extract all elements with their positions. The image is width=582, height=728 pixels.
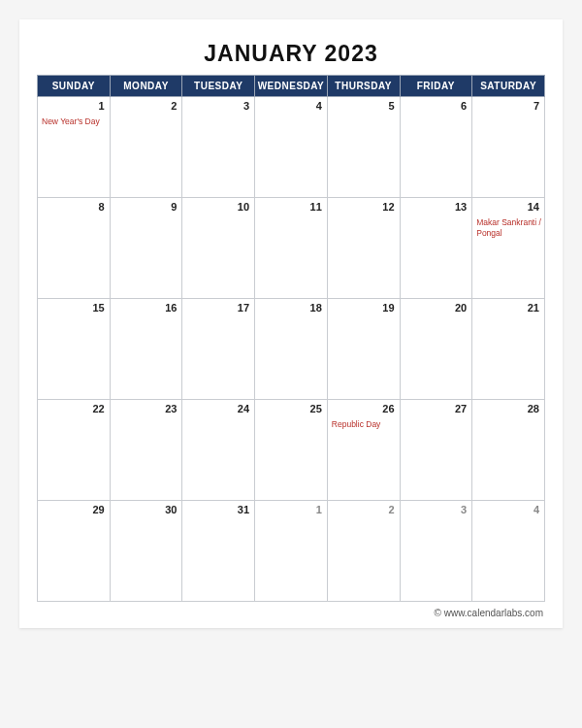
day-number: 14 <box>528 201 539 213</box>
day-number: 12 <box>382 201 394 213</box>
day-cell: 14Makar Sankranti / Pongal <box>472 198 545 299</box>
day-cell: 11 <box>255 198 328 299</box>
holiday-note: Makar Sankranti / Pongal <box>476 217 541 238</box>
day-number: 15 <box>92 302 104 314</box>
day-cell: 15 <box>38 299 111 400</box>
holiday-note: New Year's Day <box>42 116 107 127</box>
day-cell: 24 <box>182 400 255 501</box>
day-cell: 12 <box>327 198 400 299</box>
day-cell: 5 <box>327 97 400 198</box>
day-number: 11 <box>310 201 322 213</box>
day-number: 20 <box>455 302 467 314</box>
day-cell: 1 <box>255 501 328 602</box>
day-cell: 16 <box>110 299 182 400</box>
day-number: 22 <box>92 403 104 414</box>
day-cell: 28 <box>472 400 545 501</box>
day-cell: 17 <box>182 299 255 400</box>
day-number: 2 <box>388 504 394 515</box>
calendar-week: 1New Year's Day234567 <box>38 97 545 198</box>
day-header: SUNDAY <box>38 76 111 97</box>
day-number: 17 <box>238 302 249 314</box>
day-cell: 3 <box>400 501 472 602</box>
day-number: 4 <box>316 100 322 112</box>
day-header: MONDAY <box>110 76 182 97</box>
day-cell: 31 <box>182 501 255 602</box>
calendar-week: 2223242526Republic Day2728 <box>38 400 545 501</box>
day-number: 7 <box>534 100 539 112</box>
day-number: 31 <box>238 504 249 515</box>
holiday-note: Republic Day <box>332 419 397 430</box>
day-cell: 4 <box>255 97 328 198</box>
day-cell: 4 <box>472 501 545 602</box>
day-number: 19 <box>382 302 394 314</box>
day-number: 10 <box>238 201 249 213</box>
calendar-week: 891011121314Makar Sankranti / Pongal <box>38 198 545 299</box>
calendar-page: JANUARY 2023 SUNDAY MONDAY TUESDAY WEDNE… <box>19 19 563 628</box>
day-cell: 29 <box>38 501 111 602</box>
day-cell: 20 <box>400 299 472 400</box>
calendar-week: 15161718192021 <box>38 299 545 400</box>
day-cell: 18 <box>255 299 328 400</box>
day-cell: 13 <box>400 198 472 299</box>
day-cell: 26Republic Day <box>327 400 400 501</box>
day-number: 5 <box>388 100 394 112</box>
day-number: 3 <box>461 504 467 515</box>
calendar-week: 2930311234 <box>38 501 545 602</box>
day-cell: 3 <box>182 97 255 198</box>
day-number: 9 <box>171 201 177 213</box>
day-number: 1 <box>99 100 105 112</box>
day-number: 29 <box>92 504 104 515</box>
day-cell: 1New Year's Day <box>38 97 111 198</box>
day-number: 25 <box>310 403 322 414</box>
day-number: 16 <box>165 302 177 314</box>
day-cell: 6 <box>400 97 472 198</box>
day-header: FRIDAY <box>400 76 472 97</box>
day-cell: 7 <box>472 97 545 198</box>
day-header: WEDNESDAY <box>255 76 328 97</box>
day-cell: 30 <box>110 501 182 602</box>
day-number: 26 <box>382 403 394 414</box>
day-number: 4 <box>534 504 539 515</box>
day-number: 3 <box>243 100 249 112</box>
day-cell: 22 <box>38 400 111 501</box>
calendar-grid: SUNDAY MONDAY TUESDAY WEDNESDAY THURSDAY… <box>37 75 545 602</box>
day-header: THURSDAY <box>327 76 400 97</box>
day-number: 8 <box>99 201 105 213</box>
day-number: 27 <box>455 403 467 414</box>
day-cell: 23 <box>110 400 182 501</box>
day-cell: 2 <box>110 97 182 198</box>
day-cell: 21 <box>472 299 545 400</box>
day-number: 21 <box>528 302 539 314</box>
day-number: 24 <box>238 403 249 414</box>
day-number: 6 <box>461 100 467 112</box>
day-cell: 19 <box>327 299 400 400</box>
day-number: 30 <box>165 504 177 515</box>
day-header: SATURDAY <box>472 76 545 97</box>
day-cell: 10 <box>182 198 255 299</box>
calendar-title: JANUARY 2023 <box>37 37 545 75</box>
day-cell: 2 <box>327 501 400 602</box>
day-cell: 8 <box>38 198 111 299</box>
day-cell: 27 <box>400 400 472 501</box>
day-number: 18 <box>310 302 322 314</box>
day-number: 28 <box>528 403 539 414</box>
day-cell: 25 <box>255 400 328 501</box>
footer-credit: © www.calendarlabs.com <box>37 602 545 618</box>
day-header: TUESDAY <box>182 76 255 97</box>
day-number: 2 <box>171 100 177 112</box>
day-number: 1 <box>316 504 322 515</box>
day-cell: 9 <box>110 198 182 299</box>
day-header-row: SUNDAY MONDAY TUESDAY WEDNESDAY THURSDAY… <box>38 76 545 97</box>
day-number: 13 <box>455 201 467 213</box>
day-number: 23 <box>165 403 177 414</box>
